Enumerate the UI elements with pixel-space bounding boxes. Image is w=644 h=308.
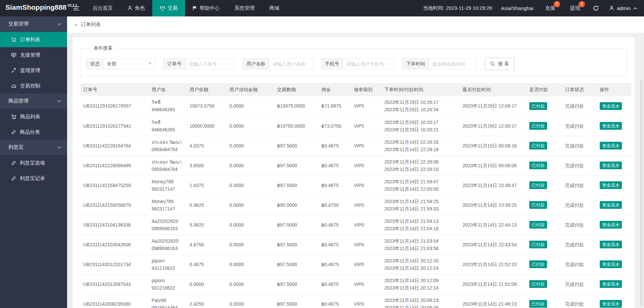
nav-home[interactable]: 后台首页 xyxy=(85,0,120,16)
pay-time-text: 2023年11月14日 20:12:14 xyxy=(384,284,457,292)
nav-roles[interactable]: 角色 xyxy=(120,0,152,16)
col-paid: 是否付款 xyxy=(527,83,562,96)
pay-time-text: 2023年11月14日 22:00:00 xyxy=(384,185,457,193)
search-button[interactable]: 搜 索 xyxy=(485,58,514,70)
pay-time-text: 2023年11月14日 22:28:10 xyxy=(384,166,457,173)
cell-last-pay-time: 2023年11月14日 23:39:25 xyxy=(460,195,527,215)
withdraw-notification[interactable]: 提现 0 xyxy=(562,0,587,16)
sidebar-item-trade-control[interactable]: 交易控制 xyxy=(0,78,67,94)
cell-actions: 资金流水 xyxy=(597,195,631,215)
cell-order-status: 完成付款 xyxy=(562,136,597,156)
cell-frozen: 0.0000 xyxy=(227,156,274,175)
order-no-label: 订单号 xyxy=(163,58,185,69)
cell-frozen: 0.0000 xyxy=(227,136,274,156)
user-id-text: 0989506163 xyxy=(152,225,184,232)
recharge-notification[interactable]: 充值 0 xyxy=(538,0,562,16)
status-select[interactable]: 全部 xyxy=(103,58,155,69)
fund-flow-button[interactable]: 资金流水 xyxy=(600,181,622,189)
nav-mall[interactable]: 商城 xyxy=(262,0,287,16)
nav-trade[interactable]: 交易 xyxy=(152,0,185,16)
sidebar-item-goods-category[interactable]: 商品分类 xyxy=(0,124,67,140)
fund-flow-button[interactable]: 资金流水 xyxy=(600,300,622,308)
order-no-filter: 订单号 xyxy=(163,58,234,69)
cell-amount: ฿97.5000 xyxy=(274,136,319,156)
admin-menu[interactable]: admin xyxy=(604,0,644,16)
cell-commission: ฿0.4875 xyxy=(319,175,351,195)
nav-system-mgmt[interactable]: 系统管理 xyxy=(227,0,262,16)
fund-flow-button[interactable]: 资金流水 xyxy=(600,221,622,229)
status-label: 状态 xyxy=(86,58,103,69)
paid-status-badge: 已付款 xyxy=(529,221,547,229)
paid-status-badge: 已付款 xyxy=(529,142,547,149)
table-row: UB2311142159256879 Money789 992317147 0.… xyxy=(80,195,631,215)
nav-help-center[interactable]: 帮助中心 xyxy=(185,0,227,16)
order-status-text: 完成付款 xyxy=(565,143,584,148)
user-id-text: 0915614464 xyxy=(152,304,184,308)
fund-flow-button[interactable]: 资金流水 xyxy=(600,280,622,288)
order-time-text: 2023年11月14日 20:12:20 xyxy=(384,257,457,264)
cell-paid: 已付款 xyxy=(527,175,562,195)
topbar: SiamShopping888 V2.2.1 后台首页 角色 交易 帮助中心 系… xyxy=(0,0,644,16)
cell-order-no: UB2311142012097543 xyxy=(80,274,149,294)
order-time-text: 2023年11月29日 10:20:17 xyxy=(384,119,457,126)
username-input[interactable] xyxy=(269,58,313,69)
sidebar-group-label: 交易管理 xyxy=(8,21,29,27)
sidebar-item-lixibao-options[interactable]: 利息宝选项 xyxy=(0,155,67,171)
cell-user: Money789 992317147 xyxy=(149,175,187,195)
order-time-input[interactable] xyxy=(429,58,477,69)
pay-time-text: 2023年11月14日 21:03:58 xyxy=(384,245,457,252)
sidebar-group-goods-mgmt[interactable]: 商品管理 xyxy=(0,94,67,109)
paid-status-badge: 已付款 xyxy=(529,260,547,268)
cell-frozen: 0.0000 xyxy=(227,294,274,308)
user-id-text: 931210622 xyxy=(152,264,184,272)
sidebar-item-label: 交易控制 xyxy=(20,83,40,89)
order-no-input[interactable] xyxy=(185,58,234,69)
cell-user: Patz88 0915614464 xyxy=(149,294,187,308)
sidebar-item-order-list[interactable]: 订单列表 xyxy=(0,32,67,47)
username-text: Patz88 xyxy=(152,297,184,304)
cell-actions: 资金流水 xyxy=(597,294,631,308)
link-icon xyxy=(11,130,16,135)
phone-input[interactable] xyxy=(343,58,394,69)
cell-last-pay-time: 2023年11月14日 21:48:23 xyxy=(460,294,527,308)
col-order-pay-time: 下单时间/付款时间 xyxy=(382,83,460,96)
cell-order-pay-time: 2023年11月14日 21:04:13 2023年11月14日 21:04:1… xyxy=(382,215,460,235)
filters-row: 状态 全部 订单号 用户名称 xyxy=(86,58,621,70)
fund-flow-button[interactable]: 资金流水 xyxy=(600,162,622,169)
cell-paid: 已付款 xyxy=(527,294,562,308)
order-status-text: 完成付款 xyxy=(565,163,584,168)
vertical-scrollbar[interactable] xyxy=(640,80,643,307)
fund-flow-button[interactable]: 资金流水 xyxy=(600,201,622,209)
sidebar-item-goods-list[interactable]: 商品列表 xyxy=(0,109,67,124)
sidebar-item-recharge-mgmt[interactable]: 充值管理 xyxy=(0,47,67,63)
local-time: 当地时间: 2023-11-29 10:29:26 xyxy=(419,0,497,16)
col-username: 用户名 xyxy=(149,83,187,96)
fund-flow-button[interactable]: 资金流水 xyxy=(600,122,622,130)
link-icon xyxy=(11,161,16,166)
cell-paid: 已付款 xyxy=(527,235,562,254)
sidebar-group-trade-mgmt[interactable]: 交易管理 xyxy=(0,16,67,32)
sidebar-group-lixibao[interactable]: 利息宝 xyxy=(0,140,67,155)
user-id-text: 946646265 xyxy=(152,106,184,113)
cell-order-no: UB2311291026178557 xyxy=(80,96,149,116)
pay-time-text: 2023年11月14日 22:28:18 xyxy=(384,146,457,153)
fund-flow-button[interactable]: 资金流水 xyxy=(600,260,622,268)
refresh-icon[interactable] xyxy=(587,0,604,16)
cell-order-pay-time: 2023年11月14日 21:59:47 2023年11月14日 22:00:0… xyxy=(382,175,460,195)
admin-username: admin xyxy=(617,5,631,11)
cell-user: ประลอง วัฒนา 0959484704 xyxy=(149,136,187,156)
cell-commission: ฿0.4875 xyxy=(319,215,351,235)
cell-balance: 1.4375 xyxy=(187,175,227,195)
menu-fold-icon[interactable] xyxy=(67,0,85,16)
order-time-text: 2023年11月14日 21:59:47 xyxy=(384,178,457,185)
fund-flow-button[interactable]: 资金流水 xyxy=(600,241,622,248)
sidebar-item-lixibao-records[interactable]: 利息宝记录 xyxy=(0,171,67,186)
cell-amount: ฿97.5000 xyxy=(274,235,319,254)
sidebar-item-withdraw-mgmt[interactable]: 提现管理 xyxy=(0,63,67,78)
table-row: UB2311142008239380 Patz88 0915614464 2.4… xyxy=(80,294,631,308)
fund-flow-button[interactable]: 资金流水 xyxy=(600,102,622,110)
cell-last-pay-time: 2023年11月14日 22:43:54 xyxy=(460,235,527,254)
cell-amount: ฿95.0000 xyxy=(274,195,319,215)
fund-flow-button[interactable]: 资金流水 xyxy=(600,142,622,149)
cell-amount: ฿97.5000 xyxy=(274,274,319,294)
